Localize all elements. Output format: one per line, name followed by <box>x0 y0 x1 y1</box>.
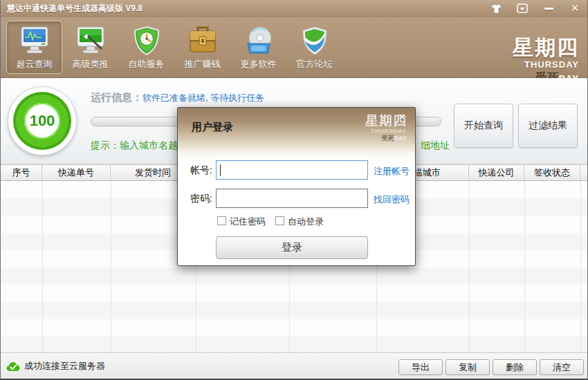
shield-ribbon-icon <box>287 24 342 56</box>
register-link[interactable]: 注册帐号 <box>374 165 410 178</box>
column-header-company[interactable]: 快递公司 <box>469 165 524 180</box>
window-title: 慧达中通快递单号生成器高级版 V9.8 <box>7 3 143 15</box>
grid-line <box>42 181 43 352</box>
toolbar: 超云查询 高级类推 <box>1 17 588 78</box>
toolbar-item-advanced[interactable]: 高级类推 <box>62 21 118 74</box>
column-header-index[interactable]: 序号 <box>1 165 42 180</box>
account-label: 帐号: <box>185 164 212 177</box>
cloud-check-icon <box>6 361 20 372</box>
weekday-banner: 星期四 THURSDAY 受死DAY <box>513 37 579 84</box>
briefcase-icon <box>175 24 230 56</box>
connection-status: 成功连接至云服务器 <box>6 360 105 372</box>
progress-gauge: 100 <box>8 86 77 155</box>
window-controls: ✕ <box>486 1 585 15</box>
titlebar: 慧达中通快递单号生成器高级版 V9.8 ✕ <box>1 0 588 17</box>
remember-password-label: 记住密码 <box>230 216 266 228</box>
run-info-label: 运行信息： <box>91 91 143 103</box>
auto-login-checkbox[interactable] <box>275 216 284 225</box>
gauge-value: 100 <box>30 112 55 130</box>
toolbar-item-label: 官方论坛 <box>287 58 342 70</box>
column-header-tracking[interactable]: 快递单号 <box>42 165 111 180</box>
shield-clock-icon <box>119 24 174 56</box>
disc-icon <box>231 24 286 56</box>
monitor-wand-icon <box>63 24 118 56</box>
skin-icon[interactable] <box>486 1 506 15</box>
column-header-spacer <box>580 165 588 180</box>
grid-line <box>469 181 470 352</box>
dialog-header <box>178 108 415 162</box>
toolbar-item-cloud-query[interactable]: 超云查询 <box>6 21 62 74</box>
remember-password-checkbox[interactable] <box>217 216 226 225</box>
account-input[interactable] <box>216 160 368 180</box>
run-info-line: 运行信息：软件已准备就绪, 等待执行任务 <box>91 91 264 104</box>
login-button[interactable]: 登录 <box>216 236 368 259</box>
toolbar-item-label: 更多软件 <box>231 58 286 70</box>
filter-results-button[interactable]: 过滤结果 <box>518 104 578 148</box>
toolbar-item-label: 超云查询 <box>7 58 62 70</box>
statusbar-buttons: 导出 复制 删除 清空 <box>398 359 584 375</box>
grid-line <box>580 181 581 352</box>
login-dialog: 星期四 THURSDAY 受死DAY 用户登录 × 帐号: 注册帐号 密码: 找… <box>177 107 416 266</box>
toolbar-item-label: 推广赚钱 <box>175 58 230 70</box>
start-query-button[interactable]: 开始查询 <box>454 104 513 148</box>
status-bar: 成功连接至云服务器 导出 复制 删除 清空 <box>1 352 588 380</box>
weekday-cn: 星期四 <box>513 37 579 58</box>
hint-text-left: 提示：输入城市名越简 <box>91 140 187 152</box>
monitor-wave-icon <box>7 24 62 56</box>
dialog-close-icon[interactable]: × <box>395 110 409 124</box>
toolbar-item-promote[interactable]: 推广赚钱 <box>174 21 230 74</box>
app-window: 慧达中通快递单号生成器高级版 V9.8 ✕ <box>0 0 588 380</box>
recover-password-link[interactable]: 找回密码 <box>374 193 410 206</box>
text-caret <box>220 164 221 176</box>
password-label: 密码: <box>185 193 212 205</box>
password-input[interactable] <box>216 189 368 208</box>
grid-line <box>524 181 525 352</box>
dialog-title: 用户登录 <box>192 121 233 134</box>
close-icon[interactable]: ✕ <box>565 1 585 15</box>
export-button[interactable]: 导出 <box>398 359 443 375</box>
run-info-value: 软件已准备就绪, 等待执行任务 <box>143 93 264 103</box>
status-message: 成功连接至云服务器 <box>24 360 105 372</box>
minimize-icon[interactable] <box>539 1 558 15</box>
minimize-to-tray-icon[interactable] <box>513 1 532 15</box>
toolbar-item-label: 高级类推 <box>63 58 118 70</box>
toolbar-item-label: 自助服务 <box>119 58 174 70</box>
copy-button[interactable]: 复制 <box>445 359 490 375</box>
column-header-signed[interactable]: 签收状态 <box>524 165 580 180</box>
toolbar-item-forum[interactable]: 官方论坛 <box>286 21 342 74</box>
clear-button[interactable]: 清空 <box>540 359 584 375</box>
toolbar-item-selfservice[interactable]: 自助服务 <box>118 21 174 74</box>
grid-line <box>111 181 111 352</box>
weekday-en: THURSDAY <box>513 60 579 69</box>
hint-text-right: 细地址 <box>421 140 450 152</box>
delete-button[interactable]: 删除 <box>493 359 537 375</box>
toolbar-item-more-software[interactable]: 更多软件 <box>230 21 286 74</box>
auto-login-label: 自动登录 <box>288 216 324 228</box>
